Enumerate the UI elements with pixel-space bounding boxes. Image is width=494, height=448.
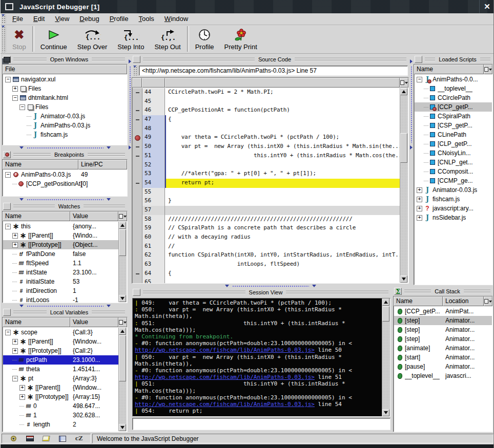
splitter[interactable]: [2, 197, 128, 201]
source-line[interactable]: 51 this.intY0 + (this.intRadius * Math.c…: [133, 152, 400, 161]
splitter[interactable]: [132, 284, 409, 288]
tree-row[interactable]: +∗[[Prototype]]{Array:15}: [3, 392, 119, 401]
tree-row[interactable]: [CCP_getP...AnimPat...: [394, 307, 492, 316]
tree-row[interactable]: CCirclePath: [415, 93, 492, 102]
breakpoint-margin[interactable]: [133, 133, 142, 142]
splitter[interactable]: [128, 55, 132, 432]
breakpoints-header[interactable]: Breakpoints: [2, 150, 128, 159]
tree-row[interactable]: ##theta1.45141...: [3, 365, 119, 374]
tree-row[interactable]: [step]Animator...: [394, 325, 492, 334]
source-line[interactable]: 63 intLoops, fltSpeed): [133, 260, 400, 269]
menu-debug[interactable]: Debug: [74, 14, 104, 24]
tree-row[interactable]: ##0498.647...: [3, 401, 119, 411]
breakpoint-margin[interactable]: [133, 97, 142, 106]
expander-minus[interactable]: −: [12, 376, 18, 381]
menu-file[interactable]: File: [7, 14, 28, 24]
tree-row[interactable]: +JnsSidebar.js: [415, 213, 492, 222]
source-line[interactable]: 55: [133, 188, 400, 197]
breakpoint-margin[interactable]: [133, 152, 142, 161]
expander-plus[interactable]: +: [19, 385, 25, 391]
tree-row[interactable]: −FAnimPaths-0.03.js49: [3, 170, 127, 179]
menu-edit[interactable]: Edit: [28, 14, 50, 24]
scroll-up-button[interactable]: [382, 298, 389, 306]
tree-row[interactable]: +Files: [3, 84, 127, 93]
column-header-name[interactable]: Name: [3, 211, 70, 221]
session-scrollbar[interactable]: [382, 298, 390, 416]
breakpoint-margin[interactable]: [133, 215, 142, 224]
tree-row[interactable]: [CSP_getP...: [415, 121, 492, 130]
open-windows-header[interactable]: Open Windows: [2, 55, 128, 64]
scroll-down-button[interactable]: [382, 409, 389, 416]
expander-minus[interactable]: −: [12, 95, 18, 101]
tree-row[interactable]: CComposit...: [415, 167, 492, 176]
tree-row[interactable]: −dhtmltank.html: [3, 93, 127, 102]
tree-row[interactable]: #intDirection1: [3, 286, 119, 295]
menu-tools[interactable]: Tools: [134, 14, 159, 24]
breakpoint-margin[interactable]: [133, 278, 142, 283]
tree-row[interactable]: [CCP_getPositionAt][0]: [3, 179, 127, 188]
column-picker[interactable]: [118, 317, 127, 327]
tree-row[interactable]: [step]Animator...: [394, 316, 492, 325]
tree-row[interactable]: [CCP_getP...: [415, 102, 492, 112]
column-header-file[interactable]: File: [3, 65, 127, 74]
source-line[interactable]: 48: [133, 124, 400, 134]
source-line[interactable]: 45: [133, 97, 400, 106]
breakpoint-margin[interactable]: [133, 106, 142, 115]
menubar-grippy[interactable]: [1, 14, 6, 24]
source-line[interactable]: 53 //*alert("gpa: " + pt[0] + ", " + pt[…: [133, 169, 400, 179]
tree-row[interactable]: ##fltSpeed1.1: [3, 259, 119, 268]
source-line[interactable]: 64{: [133, 269, 400, 279]
source-line[interactable]: 52: [133, 161, 400, 170]
source-line[interactable]: 54 return pt;: [133, 179, 400, 188]
mail-icon[interactable]: [25, 435, 34, 442]
scroll-down-button[interactable]: [400, 275, 407, 283]
splitter[interactable]: [409, 55, 413, 284]
session-view-header[interactable]: Session View: [132, 288, 391, 297]
tree-row[interactable]: JAnimPaths-0.03.js: [3, 121, 127, 130]
tree-row[interactable]: Jfishcam.js: [3, 130, 127, 139]
expander-minus[interactable]: −: [5, 330, 11, 335]
scroll-thumb[interactable]: [382, 306, 389, 322]
tree-row[interactable]: #initialState53: [3, 277, 119, 286]
splitter[interactable]: [2, 304, 128, 308]
console-link[interactable]: http://wp.netscape.com/fishcam/lib/AnimP…: [135, 401, 315, 408]
column-header-name[interactable]: Name: [3, 317, 70, 327]
step-over-button[interactable]: {...}Step Over: [72, 25, 113, 53]
tree-row[interactable]: [CLP_getP...: [415, 139, 492, 148]
watches-scrollbar[interactable]: [118, 222, 127, 302]
splitter[interactable]: [2, 145, 128, 150]
tree-row[interactable]: CNoisyLin...: [415, 148, 492, 158]
step-out-button[interactable]: {.,.}Step Out: [149, 25, 186, 53]
column-header-location[interactable]: Location: [443, 296, 484, 306]
column-picker[interactable]: [484, 65, 492, 74]
tree-row[interactable]: +∗[[Parent]]{Windo...: [3, 231, 119, 240]
column-header-name[interactable]: Name: [394, 296, 443, 306]
tree-row[interactable]: +∗[[Parent]]{Window...: [3, 383, 119, 392]
composer-icon[interactable]: [42, 435, 51, 442]
column-header-value[interactable]: Value: [70, 211, 118, 221]
tree-row[interactable]: +JAnimator-0.03.js: [415, 185, 492, 195]
breakpoint-margin[interactable]: [133, 142, 142, 152]
source-line[interactable]: 46CCP_getPositionAt = function(pctPath): [133, 106, 400, 115]
tree-row[interactable]: +∗[[Parent]]{Window...: [3, 337, 119, 346]
loaded-scripts-header[interactable]: Loaded Scripts: [414, 55, 493, 64]
tree-row[interactable]: −∗scope{Call:3}: [3, 328, 119, 337]
expander-minus[interactable]: −: [5, 224, 11, 229]
breakpoint-margin[interactable]: [133, 88, 142, 97]
breakpoint-margin[interactable]: [133, 188, 142, 197]
breakpoint-margin[interactable]: [133, 224, 142, 233]
scroll-thumb[interactable]: [119, 229, 126, 256]
source-scrollbar[interactable]: [400, 88, 408, 283]
scroll-up-button[interactable]: [400, 88, 407, 95]
watches-header[interactable]: Watches: [2, 202, 128, 211]
breakpoint-margin[interactable]: [133, 169, 142, 179]
column-header-line-pc[interactable]: Line/PC: [78, 160, 127, 169]
profile-button[interactable]: Profile: [190, 25, 219, 53]
tree-row[interactable]: CSpiralPath: [415, 112, 492, 121]
expander-plus[interactable]: +: [19, 394, 25, 400]
scroll-up-button[interactable]: [119, 222, 126, 229]
call-stack-header[interactable]: Σ Call Stack: [393, 287, 493, 296]
tree-row[interactable]: −∗this{anony...: [3, 222, 119, 231]
expander-minus[interactable]: −: [417, 77, 422, 82]
source-line[interactable]: 61//: [133, 242, 400, 251]
